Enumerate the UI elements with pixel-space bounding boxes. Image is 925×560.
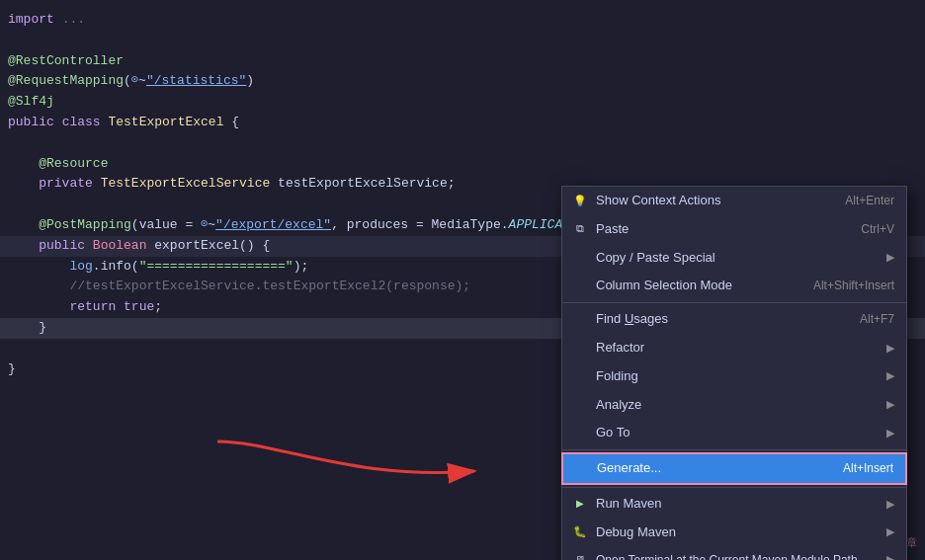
code-line-blank-2 xyxy=(0,133,925,154)
menu-item-folding[interactable]: Folding ▶ xyxy=(562,362,906,391)
terminal-icon: 🖥 xyxy=(572,552,588,560)
code-line-5: @Slf4j xyxy=(0,92,925,113)
analyze-icon xyxy=(572,397,588,413)
menu-item-copy-paste-special[interactable]: Copy / Paste Special ▶ xyxy=(562,244,906,273)
menu-item-open-terminal[interactable]: 🖥 Open Terminal at the Current Maven Mod… xyxy=(562,547,906,560)
code-line-3: @RestController xyxy=(0,51,925,72)
find-icon xyxy=(572,312,588,328)
code-editor: import ... @RestController @RequestMappi… xyxy=(0,0,925,560)
menu-item-show-context-actions[interactable]: 💡 Show Context Actions Alt+Enter xyxy=(562,187,906,215)
menu-label-paste: Paste xyxy=(596,219,629,240)
code-line-1: import ... xyxy=(0,10,925,31)
menu-item-generate[interactable]: Generate... Alt+Insert xyxy=(561,452,907,485)
red-arrow xyxy=(198,422,514,501)
debug-maven-icon: 🐛 xyxy=(572,524,588,540)
folding-icon xyxy=(572,368,588,384)
menu-item-column-selection[interactable]: Column Selection Mode Alt+Shift+Insert xyxy=(562,272,906,300)
shortcut-find-usages: Alt+F7 xyxy=(860,310,894,329)
menu-label-open-terminal: Open Terminal at the Current Maven Modul… xyxy=(596,551,858,560)
menu-item-run-maven[interactable]: ▶ Run Maven ▶ xyxy=(562,490,906,519)
menu-label-refactor: Refactor xyxy=(596,338,644,359)
menu-item-refactor[interactable]: Refactor ▶ xyxy=(562,334,906,362)
chevron-goto: ▶ xyxy=(886,425,894,442)
menu-item-analyze[interactable]: Analyze ▶ xyxy=(562,391,906,420)
run-maven-icon: ▶ xyxy=(572,496,588,512)
refactor-icon xyxy=(572,340,588,356)
chevron-run-maven: ▶ xyxy=(886,496,894,514)
column-icon xyxy=(572,279,588,294)
chevron-analyze: ▶ xyxy=(886,396,894,414)
menu-label-find-usages: Find Usages xyxy=(596,309,668,330)
copy-paste-icon xyxy=(572,250,588,266)
generate-icon xyxy=(573,461,589,477)
menu-item-go-to[interactable]: Go To ▶ xyxy=(562,419,906,447)
menu-label-column-selection: Column Selection Mode xyxy=(596,276,732,296)
chevron-refactor: ▶ xyxy=(886,340,894,358)
chevron-debug-maven: ▶ xyxy=(886,523,894,541)
menu-item-find-usages[interactable]: Find Usages Alt+F7 xyxy=(562,305,906,334)
menu-label-folding: Folding xyxy=(596,366,638,387)
code-line-blank-1 xyxy=(0,31,925,51)
lightbulb-icon: 💡 xyxy=(572,193,588,208)
menu-label-generate: Generate... xyxy=(597,458,661,479)
chevron-folding: ▶ xyxy=(886,367,894,385)
code-line-6: public class TestExportExcel { xyxy=(0,113,925,133)
menu-item-debug-maven[interactable]: 🐛 Debug Maven ▶ xyxy=(562,519,906,547)
code-line-8: @Resource xyxy=(0,154,925,175)
goto-icon xyxy=(572,426,588,441)
menu-label-go-to: Go To xyxy=(596,423,630,443)
chevron-copy-paste: ▶ xyxy=(886,249,894,267)
menu-label-copy-paste-special: Copy / Paste Special xyxy=(596,248,715,269)
menu-item-paste[interactable]: ⧉ Paste Ctrl+V xyxy=(562,215,906,244)
menu-label-show-context-actions: Show Context Actions xyxy=(596,191,720,211)
paste-icon: ⧉ xyxy=(572,221,588,237)
code-line-4: @RequestMapping(⊙~"/statistics") xyxy=(0,71,925,92)
context-menu: 💡 Show Context Actions Alt+Enter ⧉ Paste… xyxy=(561,186,907,560)
separator-3 xyxy=(562,487,906,488)
shortcut-generate: Alt+Insert xyxy=(843,459,893,478)
separator-1 xyxy=(562,302,906,303)
menu-label-analyze: Analyze xyxy=(596,395,641,416)
shortcut-show-context-actions: Alt+Enter xyxy=(845,192,894,210)
separator-2 xyxy=(562,449,906,450)
menu-label-debug-maven: Debug Maven xyxy=(596,522,676,543)
menu-label-run-maven: Run Maven xyxy=(596,494,661,515)
shortcut-paste: Ctrl+V xyxy=(861,220,894,239)
shortcut-column-selection: Alt+Shift+Insert xyxy=(813,277,894,295)
chevron-open-terminal: ▶ xyxy=(886,551,894,560)
